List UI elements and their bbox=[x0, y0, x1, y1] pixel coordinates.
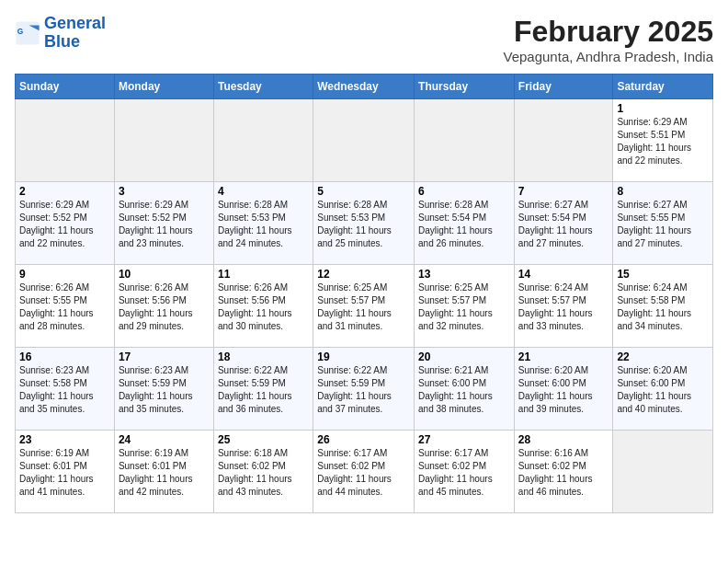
day-info: Sunrise: 6:23 AM Sunset: 5:58 PM Dayligh… bbox=[19, 364, 110, 416]
day-number: 4 bbox=[218, 185, 309, 198]
day-number: 20 bbox=[418, 350, 510, 363]
calendar-cell: 4Sunrise: 6:28 AM Sunset: 5:53 PM Daylig… bbox=[213, 182, 313, 265]
calendar-header: Sunday Monday Tuesday Wednesday Thursday… bbox=[16, 75, 713, 99]
day-number: 28 bbox=[518, 433, 609, 446]
day-number: 11 bbox=[218, 268, 309, 281]
calendar-cell bbox=[213, 99, 313, 182]
calendar-cell: 6Sunrise: 6:28 AM Sunset: 5:54 PM Daylig… bbox=[415, 182, 515, 265]
day-info: Sunrise: 6:22 AM Sunset: 5:59 PM Dayligh… bbox=[218, 364, 309, 416]
logo: G General Blue bbox=[15, 15, 106, 52]
day-info: Sunrise: 6:29 AM Sunset: 5:52 PM Dayligh… bbox=[19, 199, 110, 250]
day-info: Sunrise: 6:25 AM Sunset: 5:57 PM Dayligh… bbox=[317, 282, 410, 333]
day-number: 16 bbox=[19, 350, 110, 363]
calendar-cell: 11Sunrise: 6:26 AM Sunset: 5:56 PM Dayli… bbox=[213, 265, 313, 348]
calendar-cell: 28Sunrise: 6:16 AM Sunset: 6:02 PM Dayli… bbox=[514, 431, 613, 513]
calendar-cell: 17Sunrise: 6:23 AM Sunset: 5:59 PM Dayli… bbox=[114, 348, 213, 431]
day-number: 24 bbox=[119, 433, 210, 446]
calendar-table: Sunday Monday Tuesday Wednesday Thursday… bbox=[15, 74, 713, 513]
day-number: 5 bbox=[317, 185, 410, 198]
calendar-cell: 24Sunrise: 6:19 AM Sunset: 6:01 PM Dayli… bbox=[114, 431, 213, 513]
calendar-cell: 1Sunrise: 6:29 AM Sunset: 5:51 PM Daylig… bbox=[613, 99, 713, 182]
day-info: Sunrise: 6:20 AM Sunset: 6:00 PM Dayligh… bbox=[518, 364, 609, 416]
day-info: Sunrise: 6:26 AM Sunset: 5:55 PM Dayligh… bbox=[19, 282, 110, 333]
day-info: Sunrise: 6:29 AM Sunset: 5:52 PM Dayligh… bbox=[119, 199, 210, 250]
calendar-cell: 20Sunrise: 6:21 AM Sunset: 6:00 PM Dayli… bbox=[415, 348, 515, 431]
calendar-cell: 14Sunrise: 6:24 AM Sunset: 5:57 PM Dayli… bbox=[514, 265, 613, 348]
calendar-cell: 8Sunrise: 6:27 AM Sunset: 5:55 PM Daylig… bbox=[613, 182, 713, 265]
calendar-cell bbox=[415, 99, 515, 182]
day-number: 19 bbox=[317, 350, 410, 363]
calendar-cell: 27Sunrise: 6:17 AM Sunset: 6:02 PM Dayli… bbox=[415, 431, 515, 513]
day-info: Sunrise: 6:26 AM Sunset: 5:56 PM Dayligh… bbox=[119, 282, 210, 333]
day-number: 9 bbox=[19, 268, 110, 281]
calendar-cell: 25Sunrise: 6:18 AM Sunset: 6:02 PM Dayli… bbox=[213, 431, 313, 513]
calendar-cell: 23Sunrise: 6:19 AM Sunset: 6:01 PM Dayli… bbox=[16, 431, 115, 513]
calendar-week-3: 9Sunrise: 6:26 AM Sunset: 5:55 PM Daylig… bbox=[16, 265, 713, 348]
calendar-cell: 15Sunrise: 6:24 AM Sunset: 5:58 PM Dayli… bbox=[613, 265, 713, 348]
day-info: Sunrise: 6:24 AM Sunset: 5:57 PM Dayligh… bbox=[518, 282, 609, 333]
calendar-cell: 3Sunrise: 6:29 AM Sunset: 5:52 PM Daylig… bbox=[114, 182, 213, 265]
day-info: Sunrise: 6:19 AM Sunset: 6:01 PM Dayligh… bbox=[119, 447, 210, 499]
calendar-cell: 5Sunrise: 6:28 AM Sunset: 5:53 PM Daylig… bbox=[313, 182, 415, 265]
day-info: Sunrise: 6:22 AM Sunset: 5:59 PM Dayligh… bbox=[317, 364, 410, 416]
day-info: Sunrise: 6:24 AM Sunset: 5:58 PM Dayligh… bbox=[617, 282, 709, 333]
calendar-cell: 26Sunrise: 6:17 AM Sunset: 6:02 PM Dayli… bbox=[313, 431, 415, 513]
day-info: Sunrise: 6:27 AM Sunset: 5:55 PM Dayligh… bbox=[617, 199, 709, 250]
day-info: Sunrise: 6:17 AM Sunset: 6:02 PM Dayligh… bbox=[317, 447, 410, 499]
top-row: G General Blue February 2025 Vepagunta, … bbox=[15, 15, 713, 66]
day-info: Sunrise: 6:27 AM Sunset: 5:54 PM Dayligh… bbox=[518, 199, 609, 250]
svg-text:G: G bbox=[17, 27, 24, 36]
day-number: 7 bbox=[518, 185, 609, 198]
calendar-cell: 16Sunrise: 6:23 AM Sunset: 5:58 PM Dayli… bbox=[16, 348, 115, 431]
day-number: 10 bbox=[119, 268, 210, 281]
calendar-cell: 21Sunrise: 6:20 AM Sunset: 6:00 PM Dayli… bbox=[514, 348, 613, 431]
header-row: Sunday Monday Tuesday Wednesday Thursday… bbox=[16, 75, 713, 99]
logo-icon: G bbox=[15, 20, 40, 46]
calendar-week-5: 23Sunrise: 6:19 AM Sunset: 6:01 PM Dayli… bbox=[16, 431, 713, 513]
day-number: 1 bbox=[617, 102, 709, 115]
col-monday: Monday bbox=[114, 75, 213, 99]
day-number: 13 bbox=[418, 268, 510, 281]
calendar-cell bbox=[514, 99, 613, 182]
calendar-cell: 12Sunrise: 6:25 AM Sunset: 5:57 PM Dayli… bbox=[313, 265, 415, 348]
calendar-cell bbox=[613, 431, 713, 513]
calendar-cell: 2Sunrise: 6:29 AM Sunset: 5:52 PM Daylig… bbox=[16, 182, 115, 265]
day-info: Sunrise: 6:23 AM Sunset: 5:59 PM Dayligh… bbox=[119, 364, 210, 416]
col-thursday: Thursday bbox=[415, 75, 515, 99]
day-number: 6 bbox=[418, 185, 510, 198]
col-wednesday: Wednesday bbox=[313, 75, 415, 99]
day-number: 26 bbox=[317, 433, 410, 446]
day-info: Sunrise: 6:25 AM Sunset: 5:57 PM Dayligh… bbox=[418, 282, 510, 333]
col-friday: Friday bbox=[514, 75, 613, 99]
calendar-cell: 18Sunrise: 6:22 AM Sunset: 5:59 PM Dayli… bbox=[213, 348, 313, 431]
calendar-body: 1Sunrise: 6:29 AM Sunset: 5:51 PM Daylig… bbox=[16, 99, 713, 513]
calendar-week-2: 2Sunrise: 6:29 AM Sunset: 5:52 PM Daylig… bbox=[16, 182, 713, 265]
day-info: Sunrise: 6:21 AM Sunset: 6:00 PM Dayligh… bbox=[418, 364, 510, 416]
day-number: 12 bbox=[317, 268, 410, 281]
calendar-cell: 19Sunrise: 6:22 AM Sunset: 5:59 PM Dayli… bbox=[313, 348, 415, 431]
col-saturday: Saturday bbox=[613, 75, 713, 99]
day-number: 2 bbox=[19, 185, 110, 198]
calendar-cell: 13Sunrise: 6:25 AM Sunset: 5:57 PM Dayli… bbox=[415, 265, 515, 348]
calendar-cell bbox=[313, 99, 415, 182]
day-info: Sunrise: 6:16 AM Sunset: 6:02 PM Dayligh… bbox=[518, 447, 609, 499]
col-sunday: Sunday bbox=[16, 75, 115, 99]
day-number: 18 bbox=[218, 350, 309, 363]
calendar-cell bbox=[16, 99, 115, 182]
day-number: 22 bbox=[617, 350, 709, 363]
calendar-cell: 9Sunrise: 6:26 AM Sunset: 5:55 PM Daylig… bbox=[16, 265, 115, 348]
day-number: 3 bbox=[119, 185, 210, 198]
day-info: Sunrise: 6:18 AM Sunset: 6:02 PM Dayligh… bbox=[218, 447, 309, 499]
day-info: Sunrise: 6:29 AM Sunset: 5:51 PM Dayligh… bbox=[617, 116, 709, 167]
day-number: 8 bbox=[617, 185, 709, 198]
day-number: 23 bbox=[19, 433, 110, 446]
logo-line2: Blue bbox=[44, 33, 106, 52]
day-info: Sunrise: 6:19 AM Sunset: 6:01 PM Dayligh… bbox=[19, 447, 110, 499]
day-number: 17 bbox=[119, 350, 210, 363]
day-info: Sunrise: 6:28 AM Sunset: 5:54 PM Dayligh… bbox=[418, 199, 510, 250]
day-number: 25 bbox=[218, 433, 309, 446]
calendar-cell: 10Sunrise: 6:26 AM Sunset: 5:56 PM Dayli… bbox=[114, 265, 213, 348]
subtitle: Vepagunta, Andhra Pradesh, India bbox=[503, 49, 713, 64]
title-section: February 2025 Vepagunta, Andhra Pradesh,… bbox=[503, 15, 713, 64]
day-info: Sunrise: 6:28 AM Sunset: 5:53 PM Dayligh… bbox=[218, 199, 309, 250]
